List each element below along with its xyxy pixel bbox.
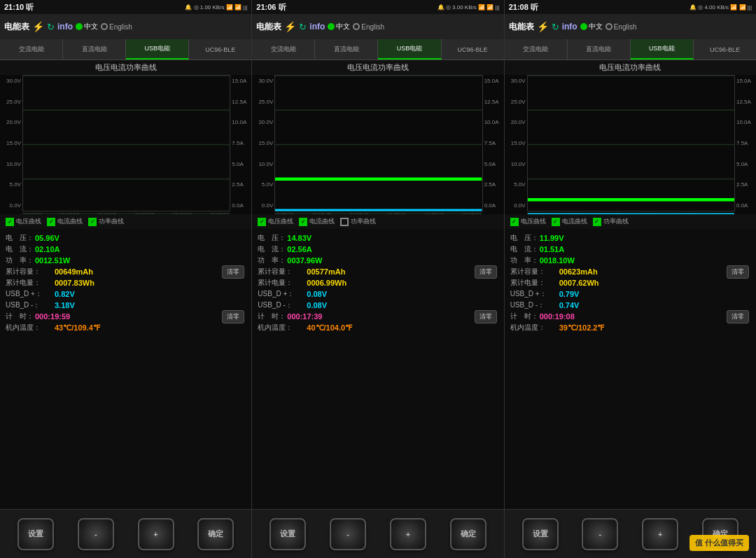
checkbox-item-0[interactable]: ✓ 电压曲线: [6, 217, 41, 226]
tab-1[interactable]: 直流电能: [63, 39, 126, 60]
clear-btn-0[interactable]: 清零: [727, 265, 749, 279]
data-label: 累计电量：: [258, 278, 307, 288]
clear-btn-1[interactable]: 清零: [222, 310, 244, 323]
nav-info[interactable]: info: [309, 22, 325, 32]
clear-btn-0[interactable]: 清零: [222, 265, 244, 279]
y-axis-label-right: 15.0A: [484, 78, 503, 84]
data-value: 11.99V: [540, 234, 564, 242]
tab-2[interactable]: USB电能: [378, 39, 441, 60]
minus-button[interactable]: -: [78, 518, 114, 550]
data-label: 电: [258, 233, 272, 243]
bottom-bar: 设置-+确定: [252, 509, 503, 558]
bt-icon[interactable]: ⚡: [537, 21, 549, 32]
clear-btn-0[interactable]: 清零: [475, 265, 497, 279]
tab-2[interactable]: USB电能: [126, 39, 189, 60]
checkbox-item-1[interactable]: ✓ 电流曲线: [552, 217, 587, 226]
tab-0[interactable]: 交流电能: [505, 39, 568, 60]
y-axis-label-right: 2.5A: [736, 181, 755, 188]
data-label: 累计电量：: [6, 278, 55, 288]
tab-2[interactable]: USB电能: [631, 39, 694, 60]
checkbox-item-1[interactable]: ✓ 电流曲线: [47, 217, 83, 226]
data-label: USB_D -：: [6, 300, 55, 310]
plus-button[interactable]: +: [138, 518, 174, 550]
radio-cn[interactable]: 中文: [580, 22, 603, 32]
data-sublabel: 流：: [20, 244, 34, 254]
refresh-icon[interactable]: ↻: [299, 22, 307, 32]
tab-3[interactable]: UC96-BLE: [442, 39, 504, 60]
checkbox-item-0[interactable]: ✓ 电压曲线: [258, 217, 293, 226]
y-axis-label-right: 7.5A: [484, 140, 503, 146]
nav-info[interactable]: info: [57, 22, 73, 32]
settings-button[interactable]: 设置: [18, 518, 54, 550]
y-axis-label-left: 30.0V: [1, 78, 21, 84]
checkbox-label: 电流曲线: [57, 217, 83, 226]
tab-0[interactable]: 交流电能: [252, 39, 315, 60]
top-nav: 电能表 ⚡ ↻ info 中文 English: [0, 14, 251, 39]
chart-area: 电压电流功率曲线30.0V25.0V20.0V15.0V10.0V5.0V0.0…: [0, 60, 251, 214]
checkbox-label: 电压曲线: [521, 217, 546, 226]
tab-0[interactable]: 交流电能: [0, 39, 63, 60]
data-label: 累计容量：: [258, 267, 307, 277]
y-axis-label-left: 25.0V: [1, 99, 21, 105]
tab-bar: 交流电能直流电能USB电能UC96-BLE: [505, 39, 756, 60]
data-row-5: USB_D +： 0.82V: [6, 289, 246, 299]
settings-button[interactable]: 设置: [270, 518, 306, 550]
checkbox-box[interactable]: ✓: [258, 218, 266, 226]
checkbox-box[interactable]: ✓: [6, 218, 14, 226]
checkbox-box[interactable]: ✓: [88, 218, 97, 226]
checkbox-box[interactable]: ✓: [510, 218, 519, 226]
confirm-button[interactable]: 确定: [197, 518, 234, 550]
tab-3[interactable]: UC96-BLE: [189, 39, 251, 60]
checkbox-box[interactable]: ✓: [593, 218, 601, 226]
checkbox-item-0[interactable]: ✓ 电压曲线: [510, 217, 546, 226]
data-value: 00649mAh: [55, 267, 93, 276]
bt-icon[interactable]: ⚡: [284, 21, 296, 32]
radio-en[interactable]: English: [606, 23, 637, 31]
plus-button[interactable]: +: [390, 518, 426, 550]
data-value: 3.18V: [55, 301, 75, 309]
nav-info[interactable]: info: [562, 22, 578, 32]
settings-button[interactable]: 设置: [522, 518, 559, 550]
y-axis-label-left: 30.0V: [253, 78, 273, 84]
checkbox-label: 电流曲线: [562, 217, 587, 226]
clear-btn-1[interactable]: 清零: [475, 310, 497, 323]
tab-3[interactable]: UC96-BLE: [694, 39, 756, 60]
minus-button[interactable]: -: [330, 518, 366, 550]
data-label: 机内温度：: [6, 323, 55, 333]
data-sublabel: 压：: [524, 233, 538, 243]
radio-en[interactable]: English: [101, 23, 132, 31]
checkbox-item-1[interactable]: ✓ 电流曲线: [299, 217, 335, 226]
data-sublabel: 时：: [524, 312, 538, 321]
refresh-icon[interactable]: ↻: [552, 22, 559, 32]
tab-1[interactable]: 直流电能: [568, 39, 631, 60]
data-row-0: 电 压： 14.83V: [258, 233, 498, 243]
data-row-8: 机内温度： 39℃/102.2℉: [510, 323, 750, 333]
radio-en[interactable]: English: [353, 23, 384, 31]
radio-cn[interactable]: 中文: [76, 22, 98, 32]
checkbox-box[interactable]: ✓: [552, 218, 560, 226]
checkbox-box[interactable]: ✓: [47, 218, 55, 226]
bt-icon[interactable]: ⚡: [32, 21, 44, 32]
checkbox-box[interactable]: ✓: [299, 218, 307, 226]
data-value: 0007.83Wh: [55, 279, 94, 287]
plus-button[interactable]: +: [642, 518, 678, 550]
checkbox-item-2[interactable]: ✓ 功率曲线: [593, 217, 629, 226]
checkbox-box[interactable]: [340, 218, 349, 226]
radio-cn[interactable]: 中文: [328, 22, 350, 32]
refresh-icon[interactable]: ↻: [47, 22, 55, 32]
y-axis-label-left: 20.0V: [1, 119, 21, 125]
data-row-7: 计 时： 000:19:08 清零: [510, 312, 750, 321]
checkbox-item-2[interactable]: ✓ 功率曲线: [88, 217, 124, 226]
checkbox-item-2[interactable]: 功率曲线: [340, 217, 376, 226]
data-sublabel: 压：: [20, 233, 34, 243]
clear-btn-1[interactable]: 清零: [727, 310, 749, 323]
confirm-button[interactable]: 确定: [450, 518, 486, 550]
y-axis-label-left: 0.0V: [506, 202, 526, 209]
data-label: 计: [258, 312, 272, 321]
y-axis-label-left: 10.0V: [253, 161, 273, 167]
data-row-4: 累计电量： 0007.62Wh: [510, 278, 750, 288]
data-label: USB_D +：: [258, 289, 307, 299]
tab-1[interactable]: 直流电能: [315, 39, 378, 60]
minus-button[interactable]: -: [582, 518, 618, 550]
data-row-2: 功 率： 0037.96W: [258, 256, 498, 265]
